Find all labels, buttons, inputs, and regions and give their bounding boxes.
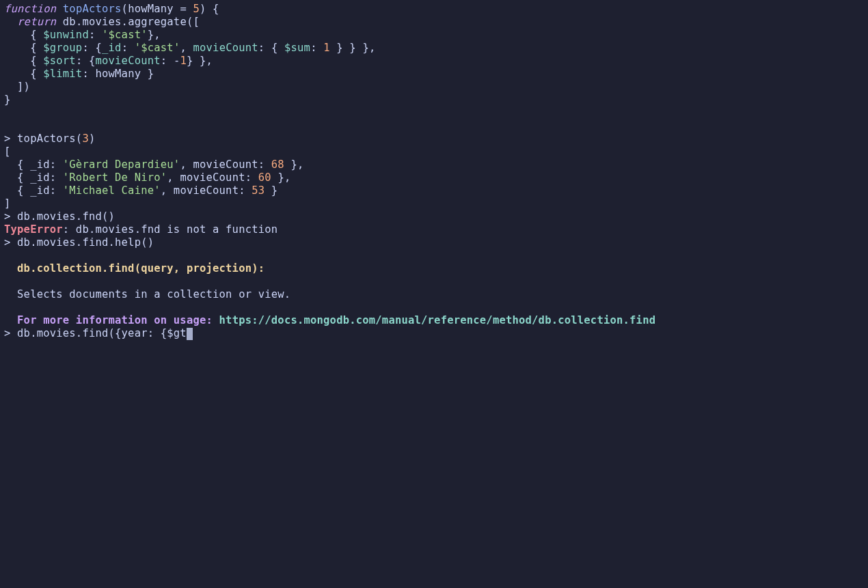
result-close: ] xyxy=(4,197,11,210)
op-limit: $limit xyxy=(43,68,82,80)
movie-count: 68 xyxy=(271,158,284,171)
result-open: [ xyxy=(4,145,11,158)
help-description: Selects documents in a collection or vie… xyxy=(4,288,290,300)
actor-name: 'Michael Caine' xyxy=(63,184,161,197)
help-heading: db.collection.find(query, projection): xyxy=(4,262,265,275)
prompt: > xyxy=(4,327,17,339)
cmd-fnd: db.movies.fnd() xyxy=(17,210,115,223)
cmd-help: db.movies.find.help() xyxy=(17,236,154,249)
keyword-return: return xyxy=(17,16,56,28)
function-name: topActors xyxy=(63,3,122,15)
op-sort: $sort xyxy=(43,55,76,67)
current-input[interactable]: db.movies.find({year: {$gt xyxy=(17,327,187,339)
actor-name: 'Robert De Niro' xyxy=(63,171,167,184)
default-value: 5 xyxy=(193,3,200,15)
prompt: > xyxy=(4,132,17,145)
op-unwind: $unwind xyxy=(43,29,89,41)
movie-count: 53 xyxy=(252,184,265,197)
prompt: > xyxy=(4,236,17,249)
op-group: $group xyxy=(43,42,82,54)
help-url[interactable]: https://docs.mongodb.com/manual/referenc… xyxy=(219,314,656,326)
help-more-label: For more information on usage: xyxy=(4,314,219,326)
movie-count: 60 xyxy=(258,171,271,184)
cursor-icon xyxy=(187,328,193,340)
call-topactors: topActors( xyxy=(17,132,82,145)
error-label: TypeError xyxy=(4,223,63,236)
param: howMany xyxy=(128,3,174,15)
actor-name: 'Gèrard Depardieu' xyxy=(63,158,180,171)
keyword-function: function xyxy=(4,3,56,15)
terminal-output[interactable]: function topActors(howMany = 5) { return… xyxy=(4,3,864,340)
prompt: > xyxy=(4,210,17,223)
error-message: : db.movies.fnd is not a function xyxy=(63,223,278,236)
